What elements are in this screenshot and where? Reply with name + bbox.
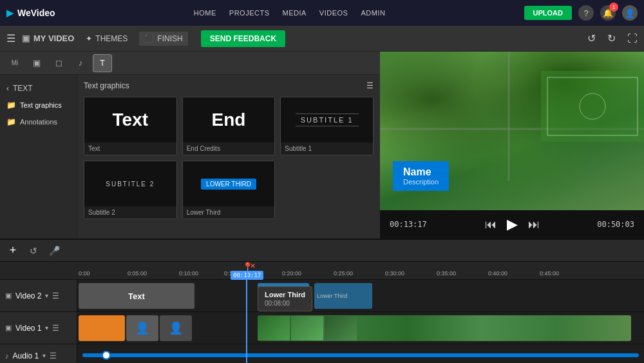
skip-back-button[interactable]: ⏮ <box>485 218 497 231</box>
skip-forward-button[interactable]: ⏭ <box>528 218 540 231</box>
aerial-thumb-2 <box>291 316 323 340</box>
text-card-end-preview: End <box>183 97 275 142</box>
timeline-toolbar: + ↺ 🎤 <box>0 240 644 262</box>
track-video2-content: Text Lower Third Lower Third <box>77 280 644 311</box>
text-card-text[interactable]: Text Text <box>84 97 177 155</box>
nav-home[interactable]: HOME <box>194 9 216 17</box>
svg-rect-2 <box>541 71 644 142</box>
nav-media[interactable]: MEDIA <box>282 9 306 17</box>
play-button[interactable]: ▶ <box>507 216 518 233</box>
lower-third-description: Description <box>403 178 439 186</box>
lower-third-overlay: Name Description <box>393 161 449 191</box>
logo-icon: ▶ <box>6 8 14 18</box>
media-icon-image[interactable]: ◻ <box>49 54 68 72</box>
text-card-subtitle2[interactable]: SUBTITLE 2 Subtitle 2 <box>84 161 177 219</box>
track-video2-label: ▣ Video 2 ▾ ☰ <box>0 280 77 311</box>
text-card-subtitle1-label: Subtitle 1 <box>281 142 373 155</box>
sidebar-item-text-graphics[interactable]: 📁 Text graphics <box>0 97 77 113</box>
clip-text[interactable]: Text <box>79 283 194 309</box>
undo-icon[interactable]: ↺ <box>587 32 596 44</box>
project-title: MY VIDEO <box>33 34 74 43</box>
add-track-icon[interactable]: + <box>5 243 21 259</box>
sidebar-text-graphics-label: Text graphics <box>20 101 62 109</box>
text-card-subtitle1[interactable]: SUBTITLE 1 Subtitle 1 <box>280 97 374 155</box>
track-audio1: ♪ Audio 1 ▾ ☰ <box>0 344 644 363</box>
text-card-lower-third[interactable]: LOWER THIRD Lower Third <box>182 161 276 219</box>
drag-tooltip: Lower Third 00:08:00 <box>258 286 312 311</box>
clip-text-label: Text <box>79 283 194 309</box>
sidebar-item-annotations[interactable]: 📁 Annotations <box>0 113 77 130</box>
text-sidebar: ‹ TEXT 📁 Text graphics 📁 Annotations <box>0 75 77 239</box>
themes-icon: ✦ <box>86 34 92 43</box>
finish-icon: ⬛ <box>144 34 154 43</box>
text-preview-lower: LOWER THIRD <box>201 179 256 190</box>
left-panel: Mi ▣ ◻ ♪ T ‹ TEXT 📁 Text graphics 📁 An <box>0 52 380 239</box>
media-icon-mi[interactable]: Mi <box>5 54 24 72</box>
text-card-lower-preview: LOWER THIRD <box>183 161 275 206</box>
text-grid-header: Text graphics ☰ <box>84 81 374 90</box>
media-icon-text[interactable]: T <box>93 54 112 72</box>
nav-videos[interactable]: VIDEOS <box>319 9 348 17</box>
ruler-30: 0:30:00 <box>385 270 404 277</box>
text-card-text-label: Text <box>84 142 176 155</box>
text-card-lower-label: Lower Third <box>183 206 275 219</box>
track-video1-content: 👤 👤 <box>77 312 644 344</box>
notification-badge: 1 <box>609 3 618 12</box>
media-icon-audio[interactable]: ♪ <box>71 54 90 72</box>
lower-third-background: Name Description <box>393 161 449 191</box>
clip-video-thumb1[interactable]: 👤 <box>126 315 158 341</box>
text-preview-end: End <box>212 110 246 130</box>
hamburger-menu[interactable]: ☰ <box>6 32 15 44</box>
lower-third-name: Name <box>403 166 439 178</box>
text-card-end-credits[interactable]: End End Credits <box>182 97 276 155</box>
text-grid-area: Text graphics ☰ Text Text End <box>77 75 380 239</box>
notifications-icon[interactable]: 🔔 1 <box>600 5 616 21</box>
track-video1-arrow[interactable]: ▾ <box>45 324 48 331</box>
track-audio1-menu[interactable]: ☰ <box>50 351 57 360</box>
text-card-subtitle2-label: Subtitle 2 <box>84 206 176 219</box>
redo-icon[interactable]: ↻ <box>607 32 616 44</box>
ruler-0: 0:00 <box>79 270 90 277</box>
ruler-20: 0:20:00 <box>282 270 301 277</box>
track-video1-menu[interactable]: ☰ <box>52 324 59 333</box>
fullscreen-icon[interactable]: ⛶ <box>627 33 638 44</box>
user-avatar[interactable]: 👤 <box>622 5 638 21</box>
track-video1: ▣ Video 1 ▾ ☰ 👤 👤 <box>0 312 644 344</box>
nav-admin[interactable]: ADMIN <box>361 9 385 17</box>
themes-button[interactable]: ✦ THEMES <box>80 32 133 46</box>
mic-icon[interactable]: 🎤 <box>46 243 62 259</box>
track-audio1-content <box>77 344 644 363</box>
audio-thumb-handle[interactable] <box>102 351 111 360</box>
grid-menu-icon[interactable]: ☰ <box>366 81 374 90</box>
upload-button[interactable]: UPLOAD <box>524 6 572 20</box>
preview-panel: Name Description 00:13:17 ⏮ ▶ ⏭ 00:50:03 <box>380 52 644 239</box>
text-card-subtitle1-preview: SUBTITLE 1 <box>281 97 373 142</box>
clip-lower-third-2[interactable]: Lower Third <box>314 283 372 309</box>
track-video2-menu[interactable]: ☰ <box>52 291 59 300</box>
help-icon[interactable]: ? <box>578 5 594 21</box>
track-video2: ▣ Video 2 ▾ ☰ Text Lower Third Lower Th <box>0 280 644 312</box>
clip-aerial[interactable] <box>258 315 631 341</box>
text-panel-header[interactable]: ‹ TEXT <box>0 80 77 97</box>
undo-tl-icon[interactable]: ↺ <box>26 243 41 259</box>
themes-label: THEMES <box>95 34 128 43</box>
main-area: Mi ▣ ◻ ♪ T ‹ TEXT 📁 Text graphics 📁 An <box>0 52 644 239</box>
track-video1-icon: ▣ <box>5 324 12 332</box>
finish-button[interactable]: ⬛ FINISH <box>139 32 187 46</box>
nav-projects[interactable]: PROJECTS <box>229 9 270 17</box>
logo[interactable]: ▶ WeVideo <box>6 8 55 18</box>
text-card-subtitle2-preview: SUBTITLE 2 <box>84 161 176 206</box>
send-feedback-button[interactable]: SEND FEEDBACK <box>201 30 285 47</box>
preview-area: Name Description <box>380 52 644 210</box>
track-audio1-arrow[interactable]: ▾ <box>43 352 46 359</box>
folder-blue-icon: 📁 <box>6 101 16 110</box>
clip-video-thumb2[interactable]: 👤 <box>160 315 192 341</box>
project-title-area: ▣ MY VIDEO <box>22 34 74 43</box>
finish-label: FINISH <box>157 34 182 43</box>
track-video2-arrow[interactable]: ▾ <box>45 292 48 299</box>
current-time: 00:13:17 <box>390 220 427 229</box>
text-card-end-label: End Credits <box>183 142 275 155</box>
ruler-25: 0:25:00 <box>334 270 353 277</box>
media-icon-video[interactable]: ▣ <box>27 54 46 72</box>
clip-orange[interactable] <box>79 315 125 341</box>
